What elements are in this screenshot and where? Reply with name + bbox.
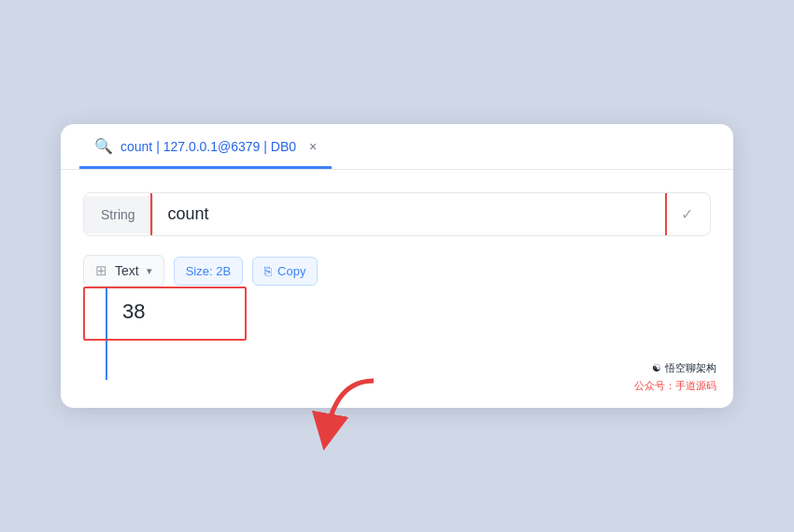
main-card: 🔍 count | 127.0.0.1@6379 | DB0 × String … bbox=[61, 124, 733, 408]
watermark-subtitle: 公众号：手道源码 bbox=[634, 378, 716, 395]
key-type-badge: String bbox=[84, 196, 153, 233]
copy-label: Copy bbox=[277, 264, 305, 278]
size-badge: Size: 2B bbox=[174, 257, 243, 286]
search-icon: 🔍 bbox=[94, 137, 113, 155]
tab-label: count | 127.0.0.1@6379 | DB0 bbox=[121, 139, 296, 154]
red-arrow-container bbox=[308, 371, 392, 459]
logo-icon: ☯ bbox=[652, 360, 661, 377]
key-row: String ✓ bbox=[83, 192, 711, 236]
copy-icon: ⎘ bbox=[264, 264, 272, 278]
checkmark-icon: ✓ bbox=[664, 194, 710, 234]
key-name-input[interactable] bbox=[153, 193, 400, 235]
value-section: 38 bbox=[83, 287, 711, 380]
grid-icon: ⊞ bbox=[95, 262, 107, 279]
watermark: ☯ 悟空聊架构 公众号：手道源码 bbox=[634, 360, 716, 395]
chevron-down-icon: ▾ bbox=[147, 265, 152, 277]
value-text: 38 bbox=[122, 300, 145, 324]
watermark-logo: ☯ 悟空聊架构 bbox=[634, 360, 716, 377]
logo-text: 悟空聊架构 bbox=[665, 360, 716, 377]
copy-button[interactable]: ⎘ Copy bbox=[252, 257, 318, 286]
toolbar-row: ⊞ Text ▾ Size: 2B ⎘ Copy bbox=[83, 255, 711, 287]
tab-close-button[interactable]: × bbox=[309, 140, 317, 153]
value-content[interactable]: 38 bbox=[107, 287, 688, 380]
tab-bar: 🔍 count | 127.0.0.1@6379 | DB0 × bbox=[61, 124, 733, 170]
type-select[interactable]: ⊞ Text ▾ bbox=[83, 255, 164, 287]
value-area: 38 bbox=[106, 287, 688, 380]
type-label: Text bbox=[115, 263, 139, 278]
active-tab[interactable]: 🔍 count | 127.0.0.1@6379 | DB0 × bbox=[79, 124, 332, 169]
key-name-wrapper bbox=[153, 193, 664, 235]
red-arrow-icon bbox=[308, 371, 392, 455]
